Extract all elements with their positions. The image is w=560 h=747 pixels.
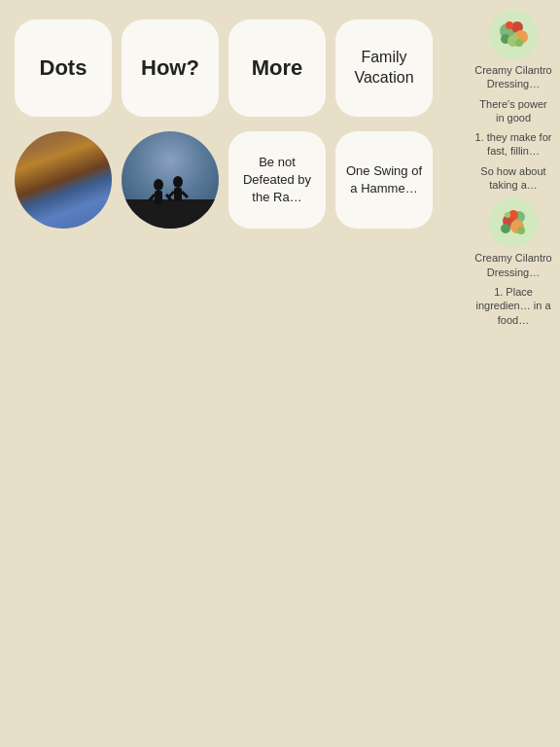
one-swing-label: One Swing of a Hamme…	[345, 162, 423, 197]
sidebar-text-2: There's power in good	[474, 97, 552, 125]
svg-point-22	[501, 224, 510, 233]
top-row: Dots How? More Family Vacation	[15, 19, 452, 117]
sidebar-item-4[interactable]: So how about taking a…	[474, 164, 552, 193]
more-card[interactable]: More	[228, 19, 326, 117]
one-swing-card[interactable]: One Swing of a Hamme…	[335, 131, 433, 229]
svg-rect-3	[155, 191, 162, 204]
silhouette-image-card[interactable]	[122, 131, 219, 229]
dots-card[interactable]: Dots	[15, 19, 112, 117]
sidebar-item-5[interactable]: Creamy Cilantro Dressing…	[474, 197, 552, 279]
more-label: More	[252, 55, 303, 81]
svg-point-24	[517, 227, 525, 234]
svg-point-4	[173, 176, 183, 188]
svg-point-16	[506, 21, 513, 29]
sidebar: Creamy Cilantro Dressing… There's power …	[467, 0, 560, 747]
sidebar-text-6: 1. Place ingredien… in a food…	[474, 285, 552, 327]
sidebar-item-2[interactable]: There's power in good	[474, 97, 552, 125]
bottom-row: Be not Defeated by the Ra… One Swing of …	[15, 131, 452, 229]
how-label: How?	[141, 55, 199, 81]
be-not-defeated-label: Be not Defeated by the Ra…	[238, 154, 316, 207]
sidebar-text-4: So how about taking a…	[474, 164, 552, 193]
family-vacation-label: Family Vacation	[345, 48, 423, 89]
svg-point-25	[505, 212, 510, 218]
rock-image	[15, 131, 112, 229]
rock-image-card[interactable]	[15, 131, 112, 229]
sidebar-text-3: 1. they make for fast, fillin…	[474, 130, 552, 159]
svg-rect-5	[174, 188, 182, 201]
how-card[interactable]: How?	[122, 19, 219, 117]
svg-rect-1	[122, 199, 219, 229]
sidebar-thumb-1	[488, 10, 539, 60]
svg-point-2	[154, 179, 163, 191]
dots-label: Dots	[40, 55, 88, 81]
sidebar-thumb-5	[488, 197, 539, 248]
silhouette-svg	[122, 131, 219, 229]
salad-svg-2	[488, 197, 539, 248]
family-vacation-card[interactable]: Family Vacation	[335, 19, 433, 117]
sidebar-text-1: Creamy Cilantro Dressing…	[474, 63, 552, 91]
sidebar-item-3[interactable]: 1. they make for fast, fillin…	[474, 130, 552, 159]
salad-svg-1	[488, 10, 539, 60]
main-content: Dots How? More Family Vacation	[0, 0, 467, 747]
sidebar-text-5: Creamy Cilantro Dressing…	[474, 251, 552, 279]
sidebar-item-1[interactable]: Creamy Cilantro Dressing…	[474, 10, 552, 91]
be-not-defeated-card[interactable]: Be not Defeated by the Ra…	[228, 131, 326, 229]
sidebar-item-6[interactable]: 1. Place ingredien… in a food…	[474, 285, 552, 327]
svg-point-17	[515, 39, 523, 47]
